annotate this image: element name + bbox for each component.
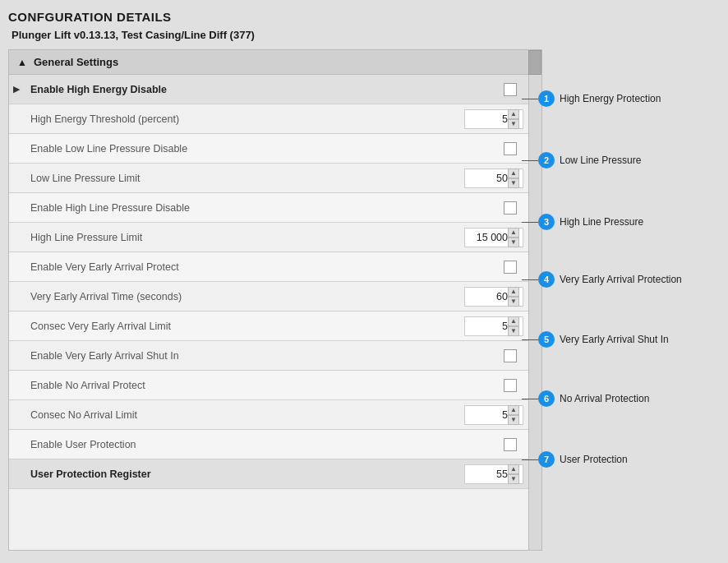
page-title: CONFGURATION DETAILS [8,10,720,24]
annotation-bubble-3: 3 [538,214,555,230]
value-area-consec-no-arrival: 5▲▼ [454,405,528,425]
row-enable-very-early-arrival: Enable Very Early Arrival Protect [9,252,528,282]
page-container: CONFGURATION DETAILS Plunger Lift v0.13.… [0,0,728,563]
spin-group-consec-very-early-arrival: ▲▼ [508,316,519,336]
value-box-low-line-pressure-limit[interactable]: 50▲▼ [464,168,523,188]
row-high-energy-threshold: High Energy Threshold (percent)5▲▼ [9,104,528,134]
value-area-low-line-pressure-limit: 50▲▼ [454,168,528,188]
row-label-high-line-pressure-limit: High Line Pressure Limit [24,232,454,243]
value-area-high-line-pressure-limit: 15 000▲▼ [454,228,528,247]
spin-down-very-early-arrival-time[interactable]: ▼ [508,297,519,307]
row-label-very-early-arrival-time: Very Early Arrival Time (seconds) [24,291,454,302]
row-label-user-protection-register: User Protection Register [24,468,454,480]
spin-up-high-energy-threshold[interactable]: ▲ [508,109,519,119]
checkbox-area-enable-very-early-shut [454,349,528,362]
annotation-line-1 [522,99,538,99]
value-box-high-energy-threshold[interactable]: 5▲▼ [464,109,523,129]
scrollbar-thumb[interactable] [528,50,541,75]
annotation-6: 6No Arrival Protection [538,390,649,407]
value-box-high-line-pressure-limit[interactable]: 15 000▲▼ [464,228,523,247]
main-panel: ▲ General Settings ▶Enable High Energy D… [8,49,542,551]
spin-down-high-line-pressure-limit[interactable]: ▼ [508,238,519,247]
annotation-line-7 [522,459,538,460]
checkbox-area-enable-low-line-pressure [454,142,528,155]
annotation-text-1: High Energy Protection [560,93,661,104]
row-label-consec-no-arrival: Consec No Arrival Limit [24,409,454,421]
checkbox-enable-low-line-pressure[interactable] [504,142,517,155]
spin-down-user-protection-register[interactable]: ▼ [508,474,519,484]
spin-up-consec-very-early-arrival[interactable]: ▲ [508,316,519,326]
annotation-5: 5Very Early Arrival Shut In [538,331,669,348]
annotation-text-4: Very Early Arrival Protection [560,274,682,285]
row-label-enable-very-early-arrival: Enable Very Early Arrival Protect [24,261,454,273]
row-arrow-enable-high-energy[interactable]: ▶ [9,84,24,95]
annotation-line-5 [522,339,538,340]
row-label-enable-high-line-pressure: Enable High Line Pressure Disable [24,202,454,214]
checkbox-area-enable-user-protection [454,438,528,451]
checkbox-area-enable-very-early-arrival [454,261,528,274]
subtitle: Plunger Lift v0.13.13, Test Casing/Line … [8,29,720,41]
annotation-line-3 [522,222,538,223]
checkbox-enable-very-early-shut[interactable] [504,349,517,362]
row-enable-high-line-pressure: Enable High Line Pressure Disable [9,193,528,223]
value-area-user-protection-register: 55▲▼ [454,464,528,484]
spin-up-low-line-pressure-limit[interactable]: ▲ [508,168,519,178]
spin-up-very-early-arrival-time[interactable]: ▲ [508,287,519,297]
spin-group-very-early-arrival-time: ▲▼ [508,287,519,307]
row-label-enable-user-protection: Enable User Protection [24,439,454,450]
spin-group-high-energy-threshold: ▲▼ [508,109,519,129]
checkbox-area-enable-high-energy [454,83,528,96]
checkbox-enable-high-energy[interactable] [504,83,517,96]
row-label-enable-no-arrival: Enable No Arrival Protect [24,380,454,391]
row-label-enable-high-energy: Enable High Energy Disable [24,84,454,95]
annotation-line-6 [522,399,538,399]
spin-group-low-line-pressure-limit: ▲▼ [508,168,519,188]
spin-down-low-line-pressure-limit[interactable]: ▼ [508,178,519,188]
annotation-text-5: Very Early Arrival Shut In [560,334,669,345]
value-area-high-energy-threshold: 5▲▼ [454,109,528,129]
settings-table: ▶Enable High Energy DisableHigh Energy T… [9,75,528,489]
row-low-line-pressure-limit: Low Line Pressure Limit50▲▼ [9,164,528,193]
value-box-consec-no-arrival[interactable]: 5▲▼ [464,405,523,425]
annotation-3: 3High Line Pressure [538,214,643,230]
checkbox-enable-no-arrival[interactable] [504,379,517,392]
row-label-high-energy-threshold: High Energy Threshold (percent) [24,113,454,125]
row-user-protection-register: User Protection Register55▲▼ [9,459,528,489]
spin-group-consec-no-arrival: ▲▼ [508,405,519,425]
row-high-line-pressure-limit: High Line Pressure Limit15 000▲▼ [9,223,528,252]
annotation-bubble-2: 2 [538,152,555,168]
scrollbar-track[interactable] [528,50,541,550]
row-enable-high-energy: ▶Enable High Energy Disable [9,75,528,104]
collapse-arrow[interactable]: ▲ [17,57,27,68]
spin-group-high-line-pressure-limit: ▲▼ [508,228,519,247]
row-very-early-arrival-time: Very Early Arrival Time (seconds)60▲▼ [9,282,528,311]
row-enable-very-early-shut: Enable Very Early Arrival Shut In [9,341,528,371]
row-consec-no-arrival: Consec No Arrival Limit5▲▼ [9,400,528,430]
spin-up-consec-no-arrival[interactable]: ▲ [508,405,519,415]
checkbox-enable-very-early-arrival[interactable] [504,261,517,274]
annotation-line-4 [522,279,538,280]
annotation-bubble-7: 7 [538,451,555,468]
value-box-user-protection-register[interactable]: 55▲▼ [464,464,523,484]
checkbox-enable-user-protection[interactable] [504,438,517,451]
spin-up-high-line-pressure-limit[interactable]: ▲ [508,228,519,238]
annotation-line-2 [522,160,538,161]
spin-down-consec-very-early-arrival[interactable]: ▼ [508,326,519,336]
section-header[interactable]: ▲ General Settings [9,50,541,75]
row-consec-very-early-arrival: Consec Very Early Arrival Limit5▲▼ [9,311,528,341]
annotation-bubble-1: 1 [538,90,555,107]
annotation-text-6: No Arrival Protection [560,393,649,404]
spin-down-high-energy-threshold[interactable]: ▼ [508,119,519,129]
row-enable-low-line-pressure: Enable Low Line Pressure Disable [9,134,528,164]
annotation-bubble-4: 4 [538,271,555,288]
spin-down-consec-no-arrival[interactable]: ▼ [508,415,519,425]
annotation-2: 2Low Line Pressure [538,152,641,168]
spin-up-user-protection-register[interactable]: ▲ [508,464,519,474]
row-enable-no-arrival: Enable No Arrival Protect [9,371,528,400]
value-box-very-early-arrival-time[interactable]: 60▲▼ [464,287,523,307]
annotation-text-2: Low Line Pressure [560,155,641,166]
checkbox-enable-high-line-pressure[interactable] [504,201,517,215]
value-box-consec-very-early-arrival[interactable]: 5▲▼ [464,316,523,336]
row-label-consec-very-early-arrival: Consec Very Early Arrival Limit [24,321,454,332]
annotation-text-3: High Line Pressure [560,216,643,228]
